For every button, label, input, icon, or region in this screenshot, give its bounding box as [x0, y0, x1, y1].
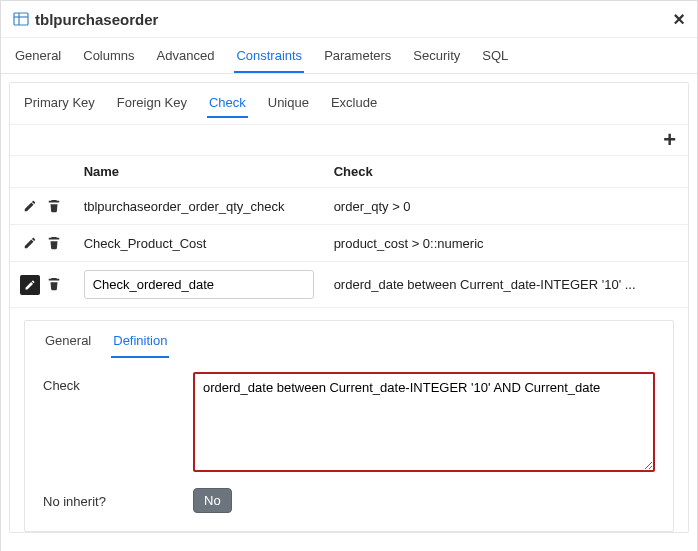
col-check: Check — [324, 156, 688, 188]
edit-icon[interactable] — [20, 233, 40, 253]
cell-name: Check_Product_Cost — [74, 225, 324, 262]
check-expression-input[interactable] — [193, 372, 655, 472]
table-row: Check_Product_Cost product_cost > 0::num… — [10, 225, 688, 262]
svg-rect-0 — [14, 13, 28, 25]
main-tabs: General Columns Advanced Constraints Par… — [1, 38, 697, 74]
tab-general[interactable]: General — [13, 38, 63, 73]
no-inherit-toggle[interactable]: No — [193, 488, 232, 513]
delete-icon[interactable] — [44, 233, 64, 253]
name-input[interactable] — [84, 270, 314, 299]
table-icon — [13, 11, 29, 27]
detail-tab-definition[interactable]: Definition — [111, 329, 169, 358]
subtab-foreign-key[interactable]: Foreign Key — [115, 91, 189, 118]
add-row-button[interactable]: + — [659, 127, 680, 153]
subtab-check[interactable]: Check — [207, 91, 248, 118]
cell-check: product_cost > 0::numeric — [324, 225, 688, 262]
tab-security[interactable]: Security — [411, 38, 462, 73]
cell-name-editable — [74, 262, 324, 308]
delete-icon[interactable] — [44, 196, 64, 216]
tab-advanced[interactable]: Advanced — [155, 38, 217, 73]
constraints-panel: Primary Key Foreign Key Check Unique Exc… — [9, 82, 689, 533]
delete-icon[interactable] — [44, 274, 64, 294]
constraints-table: Name Check tblpurchaseorder_order_qty_ch… — [10, 156, 688, 308]
subtab-unique[interactable]: Unique — [266, 91, 311, 118]
tab-columns[interactable]: Columns — [81, 38, 136, 73]
cell-name: tblpurchaseorder_order_qty_check — [74, 188, 324, 225]
titlebar: tblpurchaseorder × — [1, 1, 697, 38]
tab-sql[interactable]: SQL — [480, 38, 510, 73]
no-inherit-label: No inherit? — [43, 488, 193, 509]
edit-icon[interactable] — [20, 275, 40, 295]
check-label: Check — [43, 372, 193, 393]
subtab-primary-key[interactable]: Primary Key — [22, 91, 97, 118]
subtab-exclude[interactable]: Exclude — [329, 91, 379, 118]
dialog-title: tblpurchaseorder — [35, 11, 158, 28]
detail-tab-general[interactable]: General — [43, 329, 93, 358]
close-icon[interactable]: × — [673, 9, 685, 29]
constraint-subtabs: Primary Key Foreign Key Check Unique Exc… — [10, 83, 688, 125]
table-row: tblpurchaseorder_order_qty_check order_q… — [10, 188, 688, 225]
edit-icon[interactable] — [20, 196, 40, 216]
dialog-window: tblpurchaseorder × General Columns Advan… — [0, 0, 698, 551]
col-actions — [10, 156, 74, 188]
cell-check: order_qty > 0 — [324, 188, 688, 225]
cell-check: orderd_date between Current_date-INTEGER… — [324, 262, 688, 308]
col-name: Name — [74, 156, 324, 188]
table-row: orderd_date between Current_date-INTEGER… — [10, 262, 688, 308]
tab-parameters[interactable]: Parameters — [322, 38, 393, 73]
tab-constraints[interactable]: Constraints — [234, 38, 304, 73]
detail-panel: General Definition Check No inherit? No — [24, 320, 674, 532]
